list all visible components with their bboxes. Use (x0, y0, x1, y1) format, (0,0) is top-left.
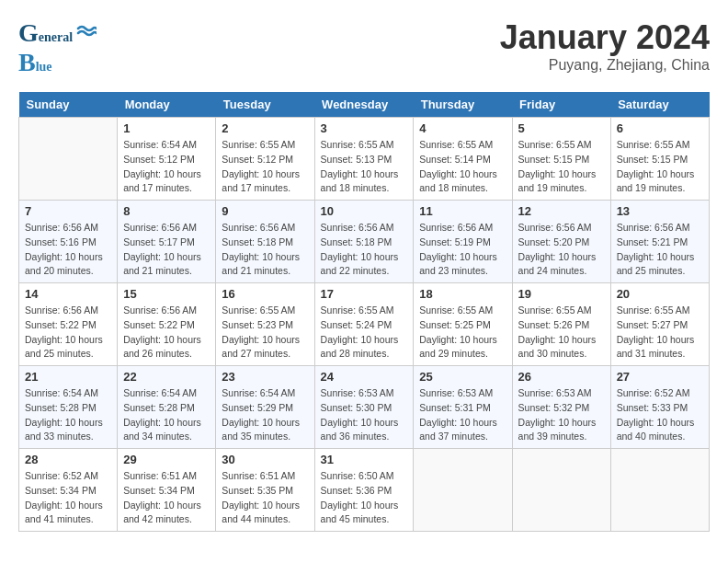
day-number: 8 (123, 204, 210, 218)
header-monday: Monday (118, 92, 216, 118)
day-info: Sunrise: 6:56 AMSunset: 5:18 PMDaylight:… (222, 221, 308, 279)
day-number: 30 (222, 453, 308, 466)
day-number: 12 (518, 204, 605, 218)
day-number: 15 (123, 287, 210, 301)
day-number: 1 (123, 121, 210, 135)
day-number: 6 (617, 121, 703, 135)
day-info: Sunrise: 6:54 AMSunset: 5:28 PMDaylight:… (123, 386, 210, 444)
day-cell: 3Sunrise: 6:55 AMSunset: 5:13 PMDaylight… (314, 118, 414, 201)
day-cell (19, 118, 118, 201)
day-number: 25 (419, 370, 506, 384)
week-row-1: 1Sunrise: 6:54 AMSunset: 5:12 PMDaylight… (19, 118, 710, 201)
week-row-4: 21Sunrise: 6:54 AMSunset: 5:28 PMDayligh… (19, 366, 710, 449)
logo: G eneral B lue (18, 18, 97, 77)
day-number: 7 (25, 204, 111, 218)
day-info: Sunrise: 6:52 AMSunset: 5:33 PMDaylight:… (617, 386, 703, 444)
day-cell: 12Sunrise: 6:56 AMSunset: 5:20 PMDayligh… (512, 201, 610, 283)
day-cell: 11Sunrise: 6:56 AMSunset: 5:19 PMDayligh… (414, 201, 512, 283)
day-info: Sunrise: 6:56 AMSunset: 5:20 PMDaylight:… (518, 221, 605, 279)
day-cell: 20Sunrise: 6:55 AMSunset: 5:27 PMDayligh… (610, 283, 709, 366)
day-number: 11 (419, 204, 506, 218)
day-cell: 8Sunrise: 6:56 AMSunset: 5:17 PMDaylight… (118, 201, 216, 283)
day-info: Sunrise: 6:55 AMSunset: 5:27 PMDaylight:… (617, 304, 703, 362)
day-info: Sunrise: 6:55 AMSunset: 5:14 PMDaylight:… (419, 138, 506, 196)
day-info: Sunrise: 6:56 AMSunset: 5:18 PMDaylight:… (321, 221, 408, 279)
day-info: Sunrise: 6:55 AMSunset: 5:15 PMDaylight:… (518, 138, 605, 196)
day-number: 28 (25, 453, 111, 466)
header-tuesday: Tuesday (216, 92, 314, 118)
logo-general-g: G (18, 18, 39, 48)
day-info: Sunrise: 6:51 AMSunset: 5:35 PMDaylight:… (222, 469, 308, 527)
day-info: Sunrise: 6:53 AMSunset: 5:32 PMDaylight:… (518, 386, 605, 444)
logo-wave-icon (76, 21, 97, 45)
day-number: 14 (25, 287, 111, 301)
day-info: Sunrise: 6:55 AMSunset: 5:12 PMDaylight:… (222, 138, 308, 196)
day-cell: 29Sunrise: 6:51 AMSunset: 5:34 PMDayligh… (118, 449, 216, 532)
day-number: 20 (617, 287, 703, 301)
week-row-5: 28Sunrise: 6:52 AMSunset: 5:34 PMDayligh… (19, 449, 710, 532)
day-info: Sunrise: 6:54 AMSunset: 5:29 PMDaylight:… (222, 386, 308, 444)
day-cell: 24Sunrise: 6:53 AMSunset: 5:30 PMDayligh… (314, 366, 414, 449)
day-info: Sunrise: 6:54 AMSunset: 5:28 PMDaylight:… (25, 386, 111, 444)
day-cell: 22Sunrise: 6:54 AMSunset: 5:28 PMDayligh… (118, 366, 216, 449)
day-cell (512, 449, 610, 532)
logo-blue-rest: lue (36, 60, 52, 75)
day-cell: 19Sunrise: 6:55 AMSunset: 5:26 PMDayligh… (512, 283, 610, 366)
day-number: 29 (123, 453, 210, 466)
day-info: Sunrise: 6:54 AMSunset: 5:12 PMDaylight:… (123, 138, 210, 196)
day-cell: 26Sunrise: 6:53 AMSunset: 5:32 PMDayligh… (512, 366, 610, 449)
day-cell: 16Sunrise: 6:55 AMSunset: 5:23 PMDayligh… (216, 283, 314, 366)
day-cell: 17Sunrise: 6:55 AMSunset: 5:24 PMDayligh… (314, 283, 414, 366)
logo-blue-b: B (18, 48, 36, 77)
day-info: Sunrise: 6:50 AMSunset: 5:36 PMDaylight:… (321, 469, 408, 527)
day-info: Sunrise: 6:55 AMSunset: 5:13 PMDaylight:… (321, 138, 408, 196)
header-thursday: Thursday (414, 92, 512, 118)
day-cell: 25Sunrise: 6:53 AMSunset: 5:31 PMDayligh… (414, 366, 512, 449)
day-cell: 4Sunrise: 6:55 AMSunset: 5:14 PMDaylight… (414, 118, 512, 201)
day-number: 4 (419, 121, 506, 135)
calendar-table: Sunday Monday Tuesday Wednesday Thursday… (18, 92, 710, 532)
header-wednesday: Wednesday (314, 92, 414, 118)
weekday-header-row: Sunday Monday Tuesday Wednesday Thursday… (19, 92, 710, 118)
day-number: 2 (222, 121, 308, 135)
day-cell: 10Sunrise: 6:56 AMSunset: 5:18 PMDayligh… (314, 201, 414, 283)
page-header: G eneral B lue January 2024 Puyang, Zhej… (18, 18, 710, 77)
day-cell: 30Sunrise: 6:51 AMSunset: 5:35 PMDayligh… (216, 449, 314, 532)
day-number: 31 (321, 453, 408, 466)
day-info: Sunrise: 6:55 AMSunset: 5:26 PMDaylight:… (518, 304, 605, 362)
day-number: 13 (617, 204, 703, 218)
day-cell (414, 449, 512, 532)
day-info: Sunrise: 6:56 AMSunset: 5:22 PMDaylight:… (123, 304, 210, 362)
day-number: 18 (419, 287, 506, 301)
header-friday: Friday (512, 92, 610, 118)
month-title: January 2024 (500, 18, 710, 57)
day-number: 10 (321, 204, 408, 218)
header-sunday: Sunday (19, 92, 118, 118)
title-area: January 2024 Puyang, Zhejiang, China (500, 18, 710, 74)
day-cell: 15Sunrise: 6:56 AMSunset: 5:22 PMDayligh… (118, 283, 216, 366)
day-cell: 13Sunrise: 6:56 AMSunset: 5:21 PMDayligh… (610, 201, 709, 283)
week-row-2: 7Sunrise: 6:56 AMSunset: 5:16 PMDaylight… (19, 201, 710, 283)
day-info: Sunrise: 6:55 AMSunset: 5:15 PMDaylight:… (617, 138, 703, 196)
day-info: Sunrise: 6:51 AMSunset: 5:34 PMDaylight:… (123, 469, 210, 527)
day-number: 27 (617, 370, 703, 384)
day-number: 5 (518, 121, 605, 135)
day-info: Sunrise: 6:56 AMSunset: 5:22 PMDaylight:… (25, 304, 111, 362)
day-info: Sunrise: 6:53 AMSunset: 5:30 PMDaylight:… (321, 386, 408, 444)
day-cell: 14Sunrise: 6:56 AMSunset: 5:22 PMDayligh… (19, 283, 118, 366)
day-info: Sunrise: 6:55 AMSunset: 5:23 PMDaylight:… (222, 304, 308, 362)
day-number: 23 (222, 370, 308, 384)
day-cell: 7Sunrise: 6:56 AMSunset: 5:16 PMDaylight… (19, 201, 118, 283)
day-number: 24 (321, 370, 408, 384)
day-info: Sunrise: 6:55 AMSunset: 5:25 PMDaylight:… (419, 304, 506, 362)
day-cell: 31Sunrise: 6:50 AMSunset: 5:36 PMDayligh… (314, 449, 414, 532)
day-info: Sunrise: 6:56 AMSunset: 5:21 PMDaylight:… (617, 221, 703, 279)
day-cell: 2Sunrise: 6:55 AMSunset: 5:12 PMDaylight… (216, 118, 314, 201)
day-info: Sunrise: 6:56 AMSunset: 5:16 PMDaylight:… (25, 221, 111, 279)
day-number: 17 (321, 287, 408, 301)
day-number: 16 (222, 287, 308, 301)
day-number: 3 (321, 121, 408, 135)
day-info: Sunrise: 6:56 AMSunset: 5:19 PMDaylight:… (419, 221, 506, 279)
day-cell: 9Sunrise: 6:56 AMSunset: 5:18 PMDaylight… (216, 201, 314, 283)
day-number: 9 (222, 204, 308, 218)
